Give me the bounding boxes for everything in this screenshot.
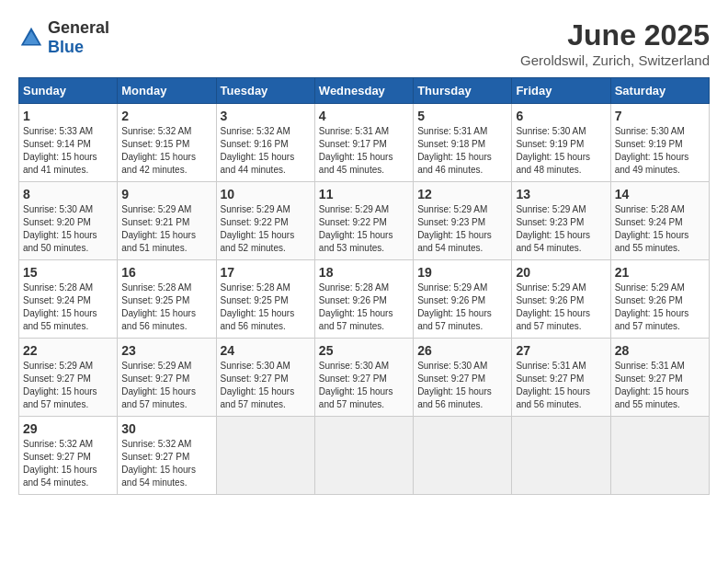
day-number: 11 — [319, 187, 409, 201]
day-info: Sunrise: 5:28 AM Sunset: 9:25 PM Dayligh… — [221, 282, 311, 333]
logo-icon — [18, 25, 44, 51]
calendar-cell: 2 Sunrise: 5:32 AM Sunset: 9:15 PM Dayli… — [118, 104, 216, 182]
day-info: Sunrise: 5:30 AM Sunset: 9:20 PM Dayligh… — [23, 203, 113, 255]
day-number: 30 — [121, 421, 211, 436]
day-number: 13 — [516, 187, 606, 201]
calendar-cell — [512, 417, 610, 495]
calendar-cell: 12 Sunrise: 5:29 AM Sunset: 9:23 PM Dayl… — [414, 182, 512, 260]
day-number: 24 — [221, 343, 311, 358]
col-sunday: Sunday — [19, 78, 118, 104]
logo-general-text: General — [48, 18, 109, 37]
calendar-cell: 21 Sunrise: 5:29 AM Sunset: 9:26 PM Dayl… — [610, 260, 709, 339]
calendar-cell: 16 Sunrise: 5:28 AM Sunset: 9:25 PM Dayl… — [118, 260, 216, 339]
day-info: Sunrise: 5:31 AM Sunset: 9:18 PM Dayligh… — [417, 125, 507, 177]
calendar-cell: 20 Sunrise: 5:29 AM Sunset: 9:26 PM Dayl… — [512, 260, 610, 339]
day-info: Sunrise: 5:30 AM Sunset: 9:27 PM Dayligh… — [221, 360, 311, 411]
calendar-cell: 14 Sunrise: 5:28 AM Sunset: 9:24 PM Dayl… — [610, 182, 709, 260]
day-number: 9 — [121, 187, 211, 201]
calendar-cell: 23 Sunrise: 5:29 AM Sunset: 9:27 PM Dayl… — [118, 339, 216, 417]
calendar-cell: 24 Sunrise: 5:30 AM Sunset: 9:27 PM Dayl… — [216, 339, 314, 417]
calendar-table: Sunday Monday Tuesday Wednesday Thursday… — [18, 77, 710, 495]
col-friday: Friday — [512, 78, 610, 104]
day-number: 8 — [23, 187, 113, 201]
day-number: 5 — [417, 109, 507, 123]
day-number: 2 — [121, 109, 211, 123]
calendar-cell: 18 Sunrise: 5:28 AM Sunset: 9:26 PM Dayl… — [314, 260, 413, 339]
calendar-cell: 4 Sunrise: 5:31 AM Sunset: 9:17 PM Dayli… — [314, 104, 413, 182]
day-number: 21 — [615, 265, 705, 280]
calendar-cell: 25 Sunrise: 5:30 AM Sunset: 9:27 PM Dayl… — [314, 339, 413, 417]
day-number: 4 — [319, 109, 409, 123]
calendar-cell — [610, 417, 709, 495]
day-number: 25 — [319, 343, 409, 358]
page-header: General Blue June 2025 Geroldswil, Zuric… — [18, 18, 710, 68]
day-info: Sunrise: 5:30 AM Sunset: 9:19 PM Dayligh… — [516, 125, 606, 177]
day-info: Sunrise: 5:29 AM Sunset: 9:22 PM Dayligh… — [319, 203, 409, 255]
day-number: 26 — [417, 343, 507, 358]
calendar-cell: 8 Sunrise: 5:30 AM Sunset: 9:20 PM Dayli… — [19, 182, 118, 260]
day-info: Sunrise: 5:29 AM Sunset: 9:21 PM Dayligh… — [121, 203, 211, 255]
month-title: June 2025 — [520, 18, 710, 52]
calendar-cell: 13 Sunrise: 5:29 AM Sunset: 9:23 PM Dayl… — [512, 182, 610, 260]
week-row-3: 15 Sunrise: 5:28 AM Sunset: 9:24 PM Dayl… — [19, 260, 710, 339]
week-row-2: 8 Sunrise: 5:30 AM Sunset: 9:20 PM Dayli… — [19, 182, 710, 260]
calendar-cell: 26 Sunrise: 5:30 AM Sunset: 9:27 PM Dayl… — [414, 339, 512, 417]
day-info: Sunrise: 5:31 AM Sunset: 9:27 PM Dayligh… — [516, 360, 606, 411]
day-number: 6 — [516, 109, 606, 123]
day-info: Sunrise: 5:30 AM Sunset: 9:27 PM Dayligh… — [417, 360, 507, 411]
calendar-cell: 19 Sunrise: 5:29 AM Sunset: 9:26 PM Dayl… — [414, 260, 512, 339]
col-thursday: Thursday — [414, 78, 512, 104]
calendar-cell: 27 Sunrise: 5:31 AM Sunset: 9:27 PM Dayl… — [512, 339, 610, 417]
day-number: 12 — [417, 187, 507, 201]
col-saturday: Saturday — [610, 78, 709, 104]
week-row-5: 29 Sunrise: 5:32 AM Sunset: 9:27 PM Dayl… — [19, 417, 710, 495]
calendar-cell: 11 Sunrise: 5:29 AM Sunset: 9:22 PM Dayl… — [314, 182, 413, 260]
calendar-cell: 6 Sunrise: 5:30 AM Sunset: 9:19 PM Dayli… — [512, 104, 610, 182]
col-monday: Monday — [118, 78, 216, 104]
calendar-cell: 7 Sunrise: 5:30 AM Sunset: 9:19 PM Dayli… — [610, 104, 709, 182]
day-info: Sunrise: 5:32 AM Sunset: 9:27 PM Dayligh… — [23, 438, 113, 489]
day-info: Sunrise: 5:32 AM Sunset: 9:16 PM Dayligh… — [221, 125, 311, 177]
day-info: Sunrise: 5:29 AM Sunset: 9:23 PM Dayligh… — [516, 203, 606, 255]
day-number: 29 — [23, 421, 113, 436]
calendar-cell — [314, 417, 413, 495]
day-number: 23 — [121, 343, 211, 358]
day-number: 3 — [221, 109, 311, 123]
calendar-cell: 30 Sunrise: 5:32 AM Sunset: 9:27 PM Dayl… — [118, 417, 216, 495]
calendar-cell: 9 Sunrise: 5:29 AM Sunset: 9:21 PM Dayli… — [118, 182, 216, 260]
day-info: Sunrise: 5:29 AM Sunset: 9:27 PM Dayligh… — [23, 360, 113, 411]
day-number: 1 — [23, 109, 113, 123]
day-info: Sunrise: 5:32 AM Sunset: 9:15 PM Dayligh… — [121, 125, 211, 177]
calendar-cell — [216, 417, 314, 495]
day-info: Sunrise: 5:31 AM Sunset: 9:17 PM Dayligh… — [319, 125, 409, 177]
day-info: Sunrise: 5:28 AM Sunset: 9:24 PM Dayligh… — [23, 282, 113, 333]
calendar-cell: 15 Sunrise: 5:28 AM Sunset: 9:24 PM Dayl… — [19, 260, 118, 339]
day-info: Sunrise: 5:33 AM Sunset: 9:14 PM Dayligh… — [23, 125, 113, 177]
day-number: 15 — [23, 265, 113, 280]
calendar-cell: 1 Sunrise: 5:33 AM Sunset: 9:14 PM Dayli… — [19, 104, 118, 182]
calendar-cell — [414, 417, 512, 495]
day-info: Sunrise: 5:31 AM Sunset: 9:27 PM Dayligh… — [615, 360, 705, 411]
logo-blue-text: Blue — [48, 38, 84, 56]
day-number: 22 — [23, 343, 113, 358]
day-info: Sunrise: 5:29 AM Sunset: 9:23 PM Dayligh… — [417, 203, 507, 255]
day-info: Sunrise: 5:28 AM Sunset: 9:24 PM Dayligh… — [615, 203, 705, 255]
day-info: Sunrise: 5:30 AM Sunset: 9:27 PM Dayligh… — [319, 360, 409, 411]
day-number: 17 — [221, 265, 311, 280]
calendar-cell: 17 Sunrise: 5:28 AM Sunset: 9:25 PM Dayl… — [216, 260, 314, 339]
title-block: June 2025 Geroldswil, Zurich, Switzerlan… — [520, 18, 710, 68]
day-info: Sunrise: 5:32 AM Sunset: 9:27 PM Dayligh… — [121, 438, 211, 489]
day-info: Sunrise: 5:29 AM Sunset: 9:27 PM Dayligh… — [121, 360, 211, 411]
day-number: 19 — [417, 265, 507, 280]
week-row-1: 1 Sunrise: 5:33 AM Sunset: 9:14 PM Dayli… — [19, 104, 710, 182]
day-number: 28 — [615, 343, 705, 358]
logo: General Blue — [18, 18, 109, 57]
day-number: 18 — [319, 265, 409, 280]
day-info: Sunrise: 5:28 AM Sunset: 9:25 PM Dayligh… — [121, 282, 211, 333]
day-number: 20 — [516, 265, 606, 280]
day-number: 10 — [221, 187, 311, 201]
col-wednesday: Wednesday — [314, 78, 413, 104]
calendar-cell: 5 Sunrise: 5:31 AM Sunset: 9:18 PM Dayli… — [414, 104, 512, 182]
day-info: Sunrise: 5:28 AM Sunset: 9:26 PM Dayligh… — [319, 282, 409, 333]
day-info: Sunrise: 5:29 AM Sunset: 9:22 PM Dayligh… — [221, 203, 311, 255]
